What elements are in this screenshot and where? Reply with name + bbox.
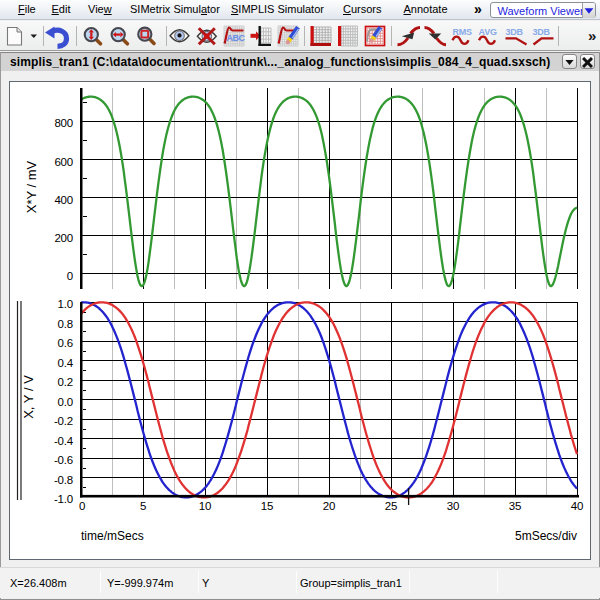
svg-text:15: 15: [261, 500, 273, 512]
svg-text:0: 0: [79, 500, 85, 512]
svg-text:time/mSecs: time/mSecs: [81, 529, 144, 543]
svg-text:X, Y / V: X, Y / V: [21, 375, 36, 419]
svg-text:30: 30: [447, 500, 459, 512]
svg-text:0.6: 0.6: [58, 337, 73, 349]
svg-text:400: 400: [54, 194, 73, 206]
svg-text:0.4: 0.4: [58, 357, 74, 369]
svg-text:-0.4: -0.4: [54, 435, 74, 447]
svg-text:»: »: [588, 27, 596, 44]
svg-text:800: 800: [54, 117, 73, 129]
svg-text:-0.6: -0.6: [54, 454, 73, 466]
svg-text:0.8: 0.8: [58, 318, 73, 330]
svg-text:3DB: 3DB: [506, 27, 524, 37]
svg-text:RMS: RMS: [453, 27, 473, 37]
svg-text:-1.0: -1.0: [54, 493, 73, 505]
svg-text:5: 5: [140, 500, 146, 512]
svg-text:200: 200: [54, 232, 73, 244]
svg-text:40: 40: [571, 500, 583, 512]
svg-text:0.2: 0.2: [58, 376, 73, 388]
svg-text:0: 0: [67, 270, 73, 282]
svg-text:X*Y / mV: X*Y / mV: [24, 160, 39, 213]
svg-text:0.0: 0.0: [58, 396, 73, 408]
svg-text:ABC: ABC: [227, 33, 246, 43]
svg-text:-0.2: -0.2: [54, 415, 73, 427]
svg-text:20: 20: [323, 500, 335, 512]
svg-text:10: 10: [199, 500, 211, 512]
svg-text:-0.8: -0.8: [54, 474, 73, 486]
svg-text:35: 35: [509, 500, 521, 512]
svg-text:3DB: 3DB: [533, 27, 551, 37]
svg-text:600: 600: [54, 156, 73, 168]
svg-text:1.0: 1.0: [58, 298, 73, 310]
svg-text:5mSecs/div: 5mSecs/div: [515, 529, 577, 543]
svg-text:AVG: AVG: [479, 27, 497, 37]
svg-text:25: 25: [385, 500, 397, 512]
